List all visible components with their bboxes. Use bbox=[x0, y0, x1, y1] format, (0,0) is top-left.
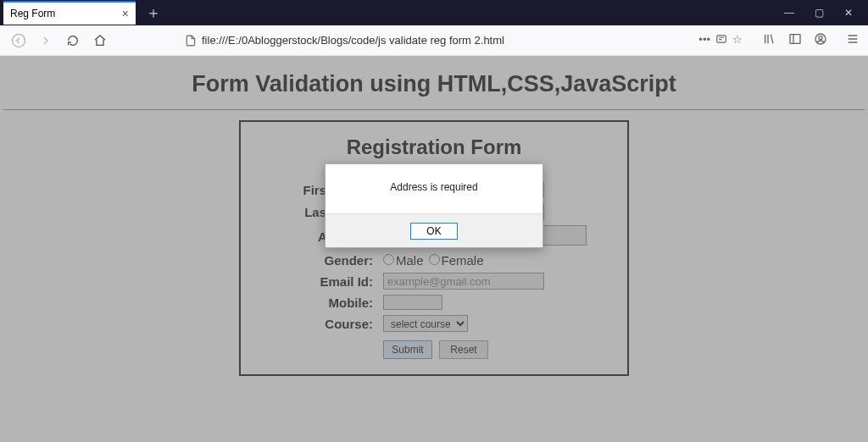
alert-dialog: Address is required OK bbox=[325, 163, 543, 248]
maximize-button[interactable]: ▢ bbox=[815, 7, 824, 19]
registration-form: Registration Form First Name: Last Name:… bbox=[239, 120, 629, 376]
page-heading: Form Validation using HTML,CSS,JavaScrip… bbox=[0, 56, 868, 102]
gender-female-option[interactable]: Female bbox=[429, 253, 484, 268]
gender-male-option[interactable]: Male bbox=[383, 253, 424, 268]
alert-message: Address is required bbox=[326, 164, 542, 213]
divider bbox=[3, 109, 865, 110]
reader-icon[interactable] bbox=[715, 33, 727, 47]
window-controls: — ▢ ✕ bbox=[784, 7, 868, 19]
more-actions-icon[interactable]: ••• bbox=[698, 33, 710, 47]
file-icon bbox=[185, 35, 197, 47]
course-label: Course: bbox=[281, 315, 383, 332]
menu-icon[interactable] bbox=[846, 32, 860, 48]
reload-button[interactable] bbox=[63, 30, 83, 51]
new-tab-button[interactable]: ＋ bbox=[146, 3, 161, 23]
mobile-input[interactable] bbox=[383, 295, 442, 310]
tab-title: Reg Form bbox=[10, 8, 55, 19]
home-button[interactable] bbox=[90, 30, 110, 51]
bookmark-star-icon[interactable]: ☆ bbox=[732, 33, 743, 47]
back-button[interactable] bbox=[8, 30, 29, 51]
forward-button[interactable] bbox=[36, 30, 56, 51]
browser-tab[interactable]: Reg Form × bbox=[3, 1, 136, 25]
email-label: Email Id: bbox=[281, 273, 383, 290]
svg-rect-2 bbox=[790, 35, 800, 44]
svg-point-0 bbox=[13, 34, 25, 47]
account-icon[interactable] bbox=[814, 32, 827, 48]
mobile-label: Mobile: bbox=[281, 295, 383, 310]
gender-label: Gender: bbox=[281, 253, 383, 268]
close-window-button[interactable]: ✕ bbox=[844, 7, 853, 19]
course-select[interactable]: select course bbox=[383, 315, 468, 332]
sidebar-icon[interactable] bbox=[788, 32, 802, 48]
alert-ok-button[interactable]: OK bbox=[410, 223, 458, 240]
gender-female-radio[interactable] bbox=[429, 254, 440, 265]
gender-male-radio[interactable] bbox=[383, 254, 394, 265]
close-tab-icon[interactable]: × bbox=[122, 7, 129, 20]
submit-button[interactable]: Submit bbox=[383, 340, 432, 359]
minimize-button[interactable]: — bbox=[784, 7, 794, 19]
svg-point-4 bbox=[819, 36, 822, 40]
url-bar[interactable]: file:///E:/0Abloggerstock/Blogs/code/js … bbox=[185, 34, 683, 47]
email-input[interactable] bbox=[383, 273, 544, 290]
library-icon[interactable] bbox=[763, 32, 776, 48]
reset-button[interactable]: Reset bbox=[439, 340, 488, 359]
browser-toolbar: file:///E:/0Abloggerstock/Blogs/code/js … bbox=[0, 25, 868, 56]
window-titlebar: Reg Form × ＋ — ▢ ✕ bbox=[0, 0, 868, 25]
url-text: file:///E:/0Abloggerstock/Blogs/code/js … bbox=[202, 34, 504, 47]
